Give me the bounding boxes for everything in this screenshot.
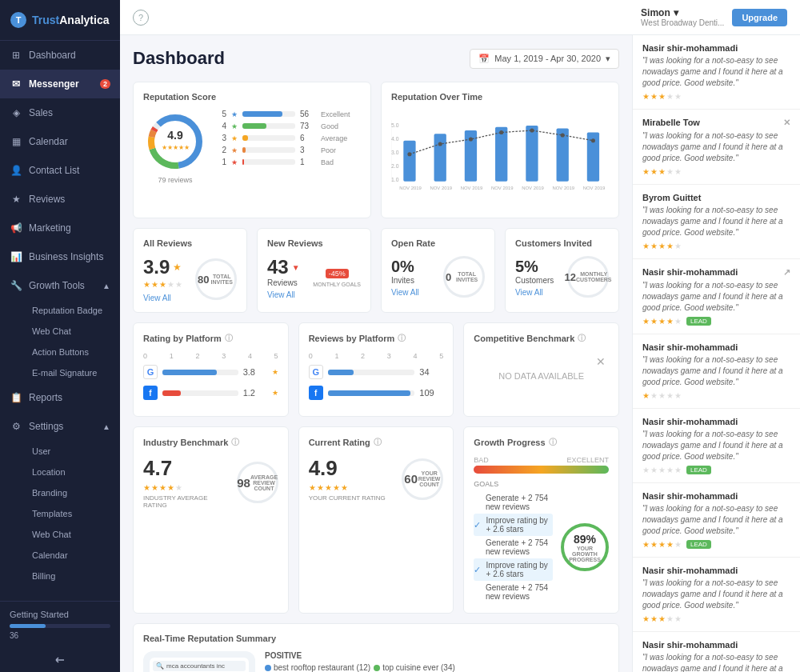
calendar-icon: ▦ [10, 135, 22, 148]
lead-badge: LEAD [686, 540, 711, 549]
all-reviews-view-all[interactable]: View All [143, 294, 182, 302]
google-rating-value: 3.8 [243, 367, 267, 377]
chevron-down-icon-date: ▾ [606, 54, 610, 64]
sidebar-item-email-signature[interactable]: E-mail Signature [22, 362, 120, 383]
google-icon: G [143, 365, 158, 379]
sidebar-item-web-chat-s[interactable]: Web Chat [22, 524, 120, 545]
sidebar-item-sales[interactable]: ◈ Sales [0, 98, 120, 127]
sidebar-item-business-insights[interactable]: 📊 Business Insights [0, 242, 120, 271]
lead-badge: LEAD [686, 466, 711, 474]
sidebar-item-reputation-badge[interactable]: Reputation Badge [22, 300, 120, 321]
user-info[interactable]: Simon ▾ West Broadway Denti... [641, 7, 724, 27]
info-icon-current[interactable]: ⓘ [374, 437, 382, 448]
review-text: "I was looking for a not-so-easy to see … [642, 429, 790, 462]
topbar-left: ? [133, 10, 149, 26]
google-reviews-value: 34 [419, 367, 443, 377]
info-icon-reviews[interactable]: ⓘ [398, 333, 406, 344]
reviewer-name: Nasir shir-mohammadi [642, 342, 738, 352]
open-rate-card: Open Rate 0% Invites View All 0 TOTAL IN… [381, 228, 495, 313]
customers-invited-label: Customers [515, 276, 554, 285]
sidebar-item-user[interactable]: User [22, 441, 120, 462]
sidebar-item-billing[interactable]: Billing [22, 566, 120, 586]
open-rate-title: Open Rate [391, 238, 485, 248]
info-icon-rating[interactable]: ⓘ [225, 333, 233, 344]
close-icon-review[interactable]: ✕ [783, 118, 790, 128]
google-rating-row: G 3.8 ★ [143, 365, 278, 379]
review-item-4: Nasir shir-mohammadi ↗ "I was looking fo… [633, 259, 800, 334]
sidebar-bottom: Getting Started 36 [0, 601, 120, 648]
upgrade-button[interactable]: Upgrade [732, 9, 787, 26]
sidebar-item-templates[interactable]: Templates [22, 503, 120, 524]
sidebar-item-action-buttons[interactable]: Action Buttons [22, 342, 120, 362]
logo-text: TrustAnalytica [32, 14, 109, 26]
sidebar-item-branding[interactable]: Branding [22, 482, 120, 503]
all-reviews-title: All Reviews [143, 238, 237, 248]
star-rating-icon: ★ [173, 262, 182, 273]
goal-item-1: Generate + 2 754 new reviews [474, 491, 553, 514]
facebook-rating-value: 1.2 [243, 388, 267, 398]
sidebar-item-messenger[interactable]: ✉ Messenger 2 [0, 70, 120, 98]
bar-row-5: 5 ★ 56 Excellent [217, 110, 361, 118]
sidebar-item-reports[interactable]: 📋 Reports [0, 383, 120, 412]
sidebar-collapse-button[interactable] [0, 648, 120, 672]
svg-point-33 [499, 130, 503, 134]
dashboard: Dashboard 📅 May 1, 2019 - Apr 30, 2020 ▾… [120, 35, 632, 672]
new-reviews-badge: -45% [326, 269, 349, 278]
share-icon-review[interactable]: ↗ [783, 267, 790, 278]
growth-progress-card: Growth Progress ⓘ BADEXCELLENT GOALS Gen… [463, 426, 619, 614]
business-insights-icon: 📊 [10, 250, 22, 263]
sidebar-item-location[interactable]: Location [22, 462, 120, 482]
facebook-rating-row: f 1.2 ★ [143, 386, 278, 400]
goal-item-2: ✓ Improve rating by + 2.6 stars [474, 514, 553, 536]
info-icon-benchmark[interactable]: ⓘ [578, 333, 586, 344]
svg-rect-24 [434, 134, 446, 182]
messenger-badge: 2 [100, 79, 110, 89]
sidebar-item-growth-tools[interactable]: 🔧 Growth Tools ▲ [0, 271, 120, 300]
review-stars: ★★★★★ [642, 242, 790, 250]
google-icon-2: G [309, 365, 323, 379]
row-4: Industry Benchmark ⓘ 4.7 ★★★★★ INDUSTRY … [133, 426, 619, 614]
review-stars: ★★★★★ [642, 167, 790, 176]
growth-tools-icon: 🔧 [10, 279, 22, 292]
star-icon-5: ★ [231, 110, 238, 118]
sidebar-item-contact-list[interactable]: 👤 Contact List [0, 156, 120, 185]
date-range-picker[interactable]: 📅 May 1, 2019 - Apr 30, 2020 ▾ [470, 49, 619, 69]
keywords-section: POSITIVE best rooftop restaurant (12) to… [265, 651, 527, 672]
industry-review-count-label: AVERAGE REVIEW COUNT [250, 474, 278, 491]
review-stars: ★★★★★ [642, 317, 682, 326]
new-reviews-view-all[interactable]: View All [267, 290, 300, 299]
settings-submenu: User Location Branding Templates Web Cha… [0, 441, 120, 586]
customers-invited-view-all[interactable]: View All [515, 288, 554, 297]
svg-point-36 [591, 138, 595, 142]
competitive-benchmark-card: Competitive Benchmark ⓘ ✕ NO DATA AVAILA… [463, 322, 619, 417]
sidebar-item-marketing[interactable]: 📢 Marketing [0, 214, 120, 242]
customers-invited-card: Customers Invited 5% Customers View All … [505, 228, 619, 313]
rep-score-inner: 4.9 ★★★★★ 79 reviews 5 ★ 56 Excel [143, 110, 361, 184]
topbar: ? Simon ▾ West Broadway Denti... Upgrade [120, 0, 800, 35]
reputation-chart: 5.0 4.0 3.0 2.0 1.0 NOV 2019 NOV 2019 NO… [391, 110, 609, 206]
sidebar-item-reviews[interactable]: ★ Reviews [0, 185, 120, 214]
sidebar-item-calendar-s[interactable]: Calendar [22, 545, 120, 566]
close-icon-benchmark[interactable]: ✕ [596, 355, 606, 368]
svg-text:4.9: 4.9 [167, 129, 183, 142]
current-review-count-label: YOUR REVIEW COUNT [418, 470, 441, 487]
review-text: "I was looking for a not-so-easy to see … [642, 280, 790, 314]
info-icon-industry[interactable]: ⓘ [231, 437, 239, 448]
svg-point-32 [469, 138, 473, 142]
current-rating-title: Current Rating ⓘ [309, 437, 444, 448]
help-button[interactable]: ? [133, 10, 149, 26]
sidebar-item-web-chat[interactable]: Web Chat [22, 321, 120, 342]
info-icon-growth[interactable]: ⓘ [549, 437, 557, 448]
row-2: All Reviews 3.9 ★ ★★★★★ View All [133, 228, 619, 313]
reviewer-name: Nasir shir-mohammadi [642, 267, 738, 278]
sidebar-item-calendar[interactable]: ▦ Calendar [0, 127, 120, 156]
sidebar-item-dashboard[interactable]: ⊞ Dashboard [0, 41, 120, 70]
sidebar-item-settings[interactable]: ⚙ Settings ▲ [0, 412, 120, 441]
rts-score-donut: 3.5 ★★★★ 79 reviews [537, 651, 609, 672]
review-item-2: Mirabelle Tow ✕ "I was looking for a not… [633, 110, 800, 185]
dashboard-icon: ⊞ [10, 49, 22, 62]
chevron-down-icon: ▾ [674, 7, 678, 18]
review-text: "I was looking for a not-so-easy to see … [642, 130, 790, 164]
customers-invited-circle: 12 MONTHLY CUSTOMERS [567, 256, 609, 298]
open-rate-view-all[interactable]: View All [391, 288, 419, 297]
